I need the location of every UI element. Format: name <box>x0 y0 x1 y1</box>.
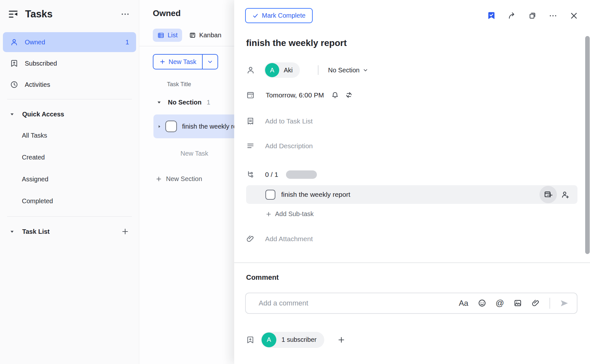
tabs-divider <box>139 46 234 46</box>
task-checkbox[interactable] <box>165 121 177 132</box>
subtask-progress-row: 0 / 1 <box>246 170 590 179</box>
plus-icon <box>155 176 162 182</box>
mark-complete-button[interactable]: Mark Complete <box>245 8 313 23</box>
caret-down-icon <box>10 112 14 117</box>
copy-icon[interactable] <box>528 12 537 20</box>
add-subscriber-button[interactable] <box>337 336 346 344</box>
new-task-button[interactable]: New Task <box>153 55 203 69</box>
sidebar-item-label: Subscribed <box>25 60 57 67</box>
person-icon <box>246 66 255 75</box>
paperclip-icon <box>246 234 255 243</box>
section-select[interactable]: No Section <box>328 67 368 74</box>
tab-kanban-view[interactable]: Kanban <box>189 32 221 39</box>
sidebar-item-created[interactable]: Created <box>0 146 139 168</box>
caret-down-icon <box>157 100 161 105</box>
add-subtask-label: Add Sub-task <box>275 210 314 218</box>
sidebar: Tasks Owned 1 <box>0 0 139 364</box>
bookmark-plus-icon <box>246 336 254 344</box>
list-view-icon <box>157 32 164 39</box>
sidebar-item-owned[interactable]: Owned 1 <box>3 32 136 52</box>
app-title: Tasks <box>25 8 53 20</box>
comment-heading: Comment <box>246 273 590 282</box>
subtask-title: finish the weekly report <box>281 191 350 198</box>
column-header-task-title: Task Title <box>167 81 234 88</box>
comment-input[interactable] <box>246 299 459 307</box>
toolbar-divider <box>549 298 550 309</box>
tab-list-view[interactable]: List <box>153 29 182 42</box>
subtask-assign-button[interactable] <box>561 190 570 199</box>
scrollbar-thumb[interactable] <box>585 36 590 254</box>
new-section-button[interactable]: New Section <box>155 175 234 183</box>
close-icon[interactable] <box>569 11 578 20</box>
subtask-set-date-button[interactable] <box>539 186 557 203</box>
assignee-row: A Aki No Section <box>246 62 590 78</box>
check-icon <box>252 13 259 19</box>
calendar-plus-icon <box>544 190 553 199</box>
section-name: No Section <box>168 99 201 106</box>
view-tabs: List Kanban <box>153 29 234 42</box>
plus-icon <box>159 59 166 65</box>
detail-header: Mark Complete <box>234 0 590 23</box>
sidebar-item-all-tasks[interactable]: All Tasks <box>0 124 139 146</box>
subtask-progress-value: 0 / 1 <box>265 171 278 178</box>
section-select-value: No Section <box>328 67 360 74</box>
sidebar-divider <box>7 99 132 99</box>
more-icon[interactable] <box>549 11 558 20</box>
mention-icon[interactable]: @ <box>496 298 504 308</box>
add-to-task-list-button[interactable]: Add to Task List <box>265 117 313 125</box>
collapse-sidebar-icon[interactable] <box>8 9 19 20</box>
reminder-bell-icon[interactable] <box>331 91 339 99</box>
tab-label: List <box>168 32 178 39</box>
inline-new-task-row[interactable]: New Task <box>180 150 234 157</box>
owned-count-badge: 1 <box>125 39 129 46</box>
subtask-checkbox[interactable] <box>265 190 275 200</box>
caret-right-icon[interactable] <box>157 124 161 129</box>
sidebar-divider <box>7 216 132 217</box>
task-title[interactable]: finish the weekly report <box>246 38 590 48</box>
bookmark-plus-icon <box>10 59 18 68</box>
subtask-row[interactable]: finish the weekly report <box>246 185 577 204</box>
new-task-dropdown-button[interactable] <box>203 55 217 69</box>
subscriber-count-label: 1 subscriber <box>281 336 317 343</box>
subscribed-bookmark-icon[interactable] <box>487 11 496 20</box>
sidebar-item-completed[interactable]: Completed <box>0 190 139 212</box>
due-date-value[interactable]: Tomorrow, 6:00 PM <box>266 91 324 99</box>
sidebar-item-activities[interactable]: Activities <box>3 75 136 95</box>
sidebar-item-label: Activities <box>25 81 50 88</box>
attach-file-icon[interactable] <box>531 299 540 307</box>
text-format-icon[interactable]: Aa <box>459 299 468 308</box>
vertical-separator <box>318 65 318 75</box>
comment-box: Aa @ <box>245 293 577 314</box>
subtask-progress-bar <box>286 170 317 179</box>
add-to-task-list-row: Add to Task List <box>246 117 590 125</box>
sidebar-header: Tasks <box>0 0 139 28</box>
send-comment-icon[interactable] <box>559 298 569 308</box>
comment-section-divider <box>234 262 590 263</box>
history-clock-icon <box>10 80 18 89</box>
new-task-split-button: New Task <box>153 54 218 69</box>
detail-actions <box>487 11 578 20</box>
image-icon[interactable] <box>513 299 522 307</box>
subscribers-row: A 1 subscriber <box>246 332 590 348</box>
tab-label: Kanban <box>199 32 221 39</box>
add-task-list-icon[interactable] <box>121 227 129 236</box>
share-icon[interactable] <box>508 11 516 20</box>
task-list-header[interactable]: Task List <box>0 221 139 242</box>
quick-access-header[interactable]: Quick Access <box>0 104 139 124</box>
subscriber-chip[interactable]: A 1 subscriber <box>261 332 324 348</box>
sidebar-item-assigned[interactable]: Assigned <box>0 168 139 190</box>
sidebar-item-subscribed[interactable]: Subscribed <box>3 53 136 73</box>
add-description-button[interactable]: Add Description <box>265 142 313 150</box>
emoji-icon[interactable] <box>478 299 486 307</box>
caret-down-icon <box>10 229 14 234</box>
add-attachment-button[interactable]: Add Attachment <box>265 235 313 243</box>
section-row-no-section[interactable]: No Section 1 <box>157 99 234 106</box>
person-plus-icon <box>561 190 570 199</box>
description-lines-icon <box>246 141 255 150</box>
sidebar-more-icon[interactable] <box>120 9 130 19</box>
list-panel-title: Owned <box>153 8 234 18</box>
repeat-icon[interactable] <box>345 91 353 99</box>
assignee-chip[interactable]: A Aki <box>264 62 300 78</box>
add-subtask-button[interactable]: Add Sub-task <box>265 210 590 218</box>
task-row-selected[interactable]: finish the weekly report <box>153 114 234 138</box>
